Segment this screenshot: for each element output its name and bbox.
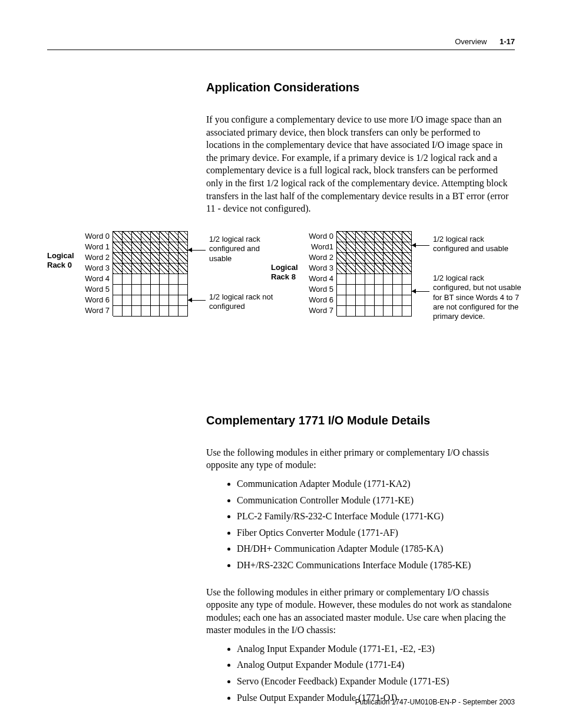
module-list-1: Communication Adapter Module (1771-KA2) … [206,477,515,572]
running-header: Overview 1-17 [455,37,515,47]
header-page-number: 1-17 [500,37,515,46]
word-label: Word 0 [299,231,333,242]
arrow-head-icon [412,289,416,294]
rack8-word-labels: Word 0 Word1 Word 2 Word 3 Word 4 Word 5… [299,231,333,316]
word-label: Word 4 [299,274,333,284]
rack8-grid [336,231,412,316]
annotation-c: 1/2 logical rack configured and usable [433,235,521,254]
word-label: Word 6 [299,295,333,305]
word-label: Word 2 [299,252,333,263]
word-label: Word 3 [75,263,110,274]
paragraph-comp1: Use the following modules in either prim… [206,446,515,472]
list-item: PLC-2 Family/RS-232-C Interface Module (… [237,510,515,523]
list-item: Analog Input Expander Module (1771-E1, -… [237,643,515,655]
heading-application-considerations: Application Considerations [206,80,515,95]
arrow-head-icon [188,248,192,252]
arrow-head-icon [412,243,416,248]
word-label: Word 7 [299,305,333,316]
rack0-grid [113,231,188,316]
annotation-a: 1/2 logical rack configured and usable [209,235,274,263]
rack0-word-labels: Word 0 Word 1 Word 2 Word 3 Word 4 Word … [75,231,110,316]
list-item: Servo (Encoder Feedback) Expander Module… [237,675,515,688]
list-item: Communication Controller Module (1771-KE… [237,494,515,507]
rack0-label: Logical Rack 0 [47,251,75,269]
list-item: DH/DH+ Communication Adapter Module (178… [237,542,515,555]
header-rule [47,50,515,50]
arrow-head-icon [188,298,192,302]
list-item: Analog Output Expander Module (1771-E4) [237,658,515,671]
word-label: Word 7 [75,305,110,316]
annotation-b: 1/2 logical rack not configured [209,292,280,312]
annotation-d: 1/2 logical rack configured, but not usa… [433,274,521,321]
word-label: Word 5 [299,284,333,295]
word-label: Word1 [299,242,333,252]
word-label: Word 3 [299,263,333,274]
word-label: Word 6 [75,295,110,305]
publication-footer: Publication 1747-UM010B-EN-P - September… [355,697,515,707]
word-label: Word 5 [75,284,110,295]
list-item: Fiber Optics Converter Module (1771-AF) [237,526,515,539]
logical-rack-diagram: Logical Rack 0 Word 0 Word 1 Word 2 Word… [47,231,515,349]
rack8-label: Logical Rack 8 [271,263,299,281]
heading-complementary-modules: Complementary 1771 I/O Module Details [206,413,515,429]
word-label: Word 2 [75,252,110,263]
list-item: DH+/RS-232C Communications Interface Mod… [237,559,515,572]
header-section: Overview [455,37,487,46]
paragraph-comp2: Use the following modules in either prim… [206,586,515,637]
word-label: Word 0 [75,231,110,242]
paragraph-app-considerations: If you configure a complementary device … [206,113,515,215]
word-label: Word 1 [75,242,110,252]
word-label: Word 4 [75,274,110,284]
module-list-2: Analog Input Expander Module (1771-E1, -… [206,643,515,704]
list-item: Communication Adapter Module (1771-KA2) [237,477,515,490]
